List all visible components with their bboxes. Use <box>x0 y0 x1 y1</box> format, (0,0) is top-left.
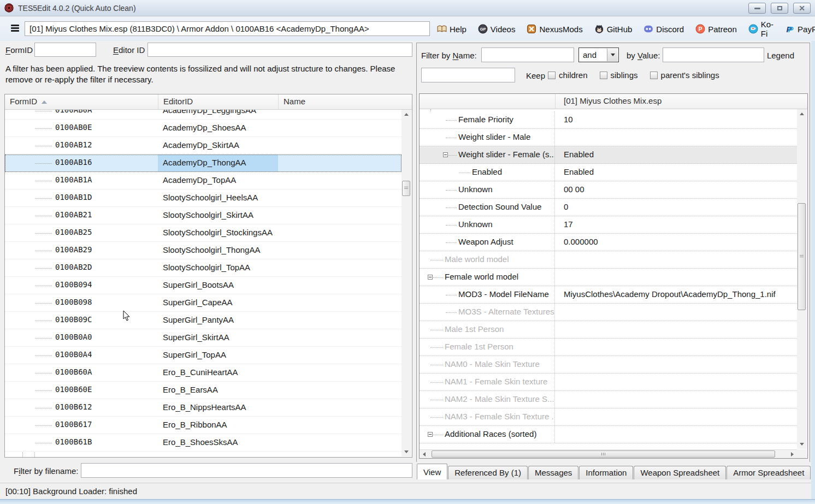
tab-view[interactable]: View <box>417 464 447 479</box>
plugin-column-header[interactable]: [01] Miyus Clothes Mix.esp <box>564 96 662 105</box>
table-row[interactable]: 0100B61BEro_B_ShoesSksAA <box>5 434 401 452</box>
view-row[interactable]: Unknown00 00 <box>420 181 797 199</box>
view-row[interactable]: Unknown17 <box>420 216 797 234</box>
table-row[interactable]: 0100AB12AcademyDp_SkirtAA <box>5 137 401 155</box>
view-row[interactable]: NAM1 - Female Skin texture <box>420 373 797 391</box>
paypal-icon: PP <box>785 24 795 34</box>
column-header-name[interactable]: Name <box>278 94 412 109</box>
table-row[interactable]: 0100AB0AAcademyDp_LeggingsAA <box>5 110 401 120</box>
view-table-vertical-scrollbar[interactable] <box>797 109 807 449</box>
view-row[interactable]: Female world model <box>420 269 797 286</box>
record-path-input[interactable] <box>25 21 430 36</box>
checkbox-parent-s-siblings[interactable]: parent's siblings <box>650 70 719 80</box>
toolbar-link-videos[interactable]: GPVideos <box>478 24 516 34</box>
table-row[interactable]: 0100B098SuperGirl_CapeAA <box>5 294 401 312</box>
view-row[interactable]: Weight slider - Female (s...Enabled <box>420 146 797 164</box>
checkbox-icon[interactable] <box>548 72 556 79</box>
scrollbar-thumb[interactable] <box>402 181 410 196</box>
scrollbar-thumb[interactable] <box>432 450 775 458</box>
minimize-button[interactable] <box>748 3 766 14</box>
tab-referenced-by-1-[interactable]: Referenced By (1) <box>448 466 528 479</box>
menu-icon[interactable] <box>11 25 19 32</box>
table-row[interactable]: 0100B09CSuperGirl_PantyAA <box>5 312 401 329</box>
scroll-up-icon[interactable] <box>401 110 411 119</box>
view-row-label-text: Weapon Adjust <box>458 237 513 246</box>
toolbar-link-ko-fi[interactable]: Ko-Fi <box>748 20 773 38</box>
tree-connector <box>35 286 52 286</box>
scroll-left-icon[interactable] <box>420 450 429 459</box>
view-row[interactable]: NAM3 - Female Skin Texture ... <box>420 408 797 426</box>
legend-link[interactable]: Legend <box>767 51 794 60</box>
filter-by-filename-input[interactable] <box>81 463 412 478</box>
scroll-up-icon[interactable] <box>797 109 807 118</box>
view-row[interactable]: Additional Races (sorted) <box>420 426 797 443</box>
scroll-right-icon[interactable] <box>788 450 797 459</box>
collapse-minus-icon[interactable] <box>443 152 448 157</box>
table-row[interactable]: 0100AB2DSlootySchoolgirl_TopAA <box>5 259 401 277</box>
toolbar-link-github[interactable]: GitHub <box>594 24 633 34</box>
tab-messages[interactable]: Messages <box>528 466 578 479</box>
filter-by-name-input[interactable] <box>481 48 574 62</box>
view-row[interactable]: Weight slider - Male <box>420 129 797 146</box>
view-row[interactable]: Weapon Adjust0.000000 <box>420 234 797 251</box>
toolbar-link-patreon[interactable]: PPatreon <box>695 24 737 34</box>
discord-icon <box>643 24 653 34</box>
tab-armor-spreadsheet[interactable]: Armor Spreadsheet <box>727 466 811 479</box>
toolbar-link-help[interactable]: Help <box>437 24 466 34</box>
table-row[interactable]: 0100B60AEro_B_CuniHeartAA <box>5 364 401 382</box>
column-header-formid[interactable]: FormID <box>5 94 158 109</box>
view-row[interactable]: Female 1st Person <box>420 339 797 356</box>
table-row[interactable]: 0100B612Ero_B_NippsHeartsAA <box>5 399 401 417</box>
collapse-minus-icon[interactable] <box>428 275 433 280</box>
toolbar-link-paypal[interactable]: PPPayPal <box>785 24 815 34</box>
chevron-down-icon[interactable] <box>607 49 618 61</box>
view-row[interactable]: MO3S - Alternate Textures <box>420 304 797 321</box>
toolbar-link-nexusmods[interactable]: NexusMods <box>527 24 582 34</box>
view-row[interactable]: EnabledEnabled <box>420 164 797 181</box>
editorid-input[interactable] <box>147 43 412 57</box>
table-row[interactable]: 0100AB25SlootySchoolgirl_StockingsAA <box>5 224 401 242</box>
view-row-label: Additional Races (sorted) <box>420 426 555 443</box>
table-row[interactable]: 0100B0A4SuperGirl_TopAA <box>5 347 401 364</box>
scroll-down-icon[interactable] <box>797 440 807 449</box>
table-row[interactable]: 0100AB0EAcademyDp_ShoesAA <box>5 120 401 137</box>
table-row[interactable]: 0100B60EEro_B_EarsAA <box>5 382 401 399</box>
filter-by-value-input[interactable] <box>663 48 764 62</box>
checkbox-siblings[interactable]: siblings <box>600 70 638 80</box>
left-table-vertical-scrollbar[interactable] <box>401 110 411 456</box>
clipped-row <box>420 443 797 449</box>
table-row[interactable]: 0100AB29SlootySchoolgirl_ThongAA <box>5 242 401 259</box>
scroll-down-icon[interactable] <box>401 447 411 456</box>
collapse-minus-icon[interactable] <box>428 432 433 437</box>
table-row[interactable]: 0100B0A0SuperGirl_SkirtAA <box>5 329 401 347</box>
view-row[interactable]: Detection Sound Value0 <box>420 199 797 216</box>
table-row[interactable]: 0100AB1AAcademyDp_TopAA <box>5 172 401 189</box>
table-row[interactable]: 0100B617Ero_B_RibbonAA <box>5 417 401 434</box>
filter-secondary-input[interactable] <box>421 68 515 82</box>
view-row-label: Male world model <box>420 251 555 268</box>
table-row[interactable]: 0100AB21SlootySchoolgirl_SkirtAA <box>5 207 401 224</box>
maximize-button[interactable] <box>771 3 788 14</box>
close-button[interactable]: ✕ <box>793 3 811 14</box>
view-row[interactable]: NAM0 - Male Skin Texture <box>420 356 797 373</box>
view-row[interactable]: MOD3 - Model FileNameMiyusClothes\Academ… <box>420 286 797 304</box>
checkbox-children[interactable]: children <box>548 70 588 80</box>
checkbox-icon[interactable] <box>600 72 607 79</box>
view-row[interactable]: NAM2 - Male Skin Texture S... <box>420 391 797 408</box>
tab-information[interactable]: Information <box>579 466 633 479</box>
column-header-editorid[interactable]: EditorID <box>158 94 278 109</box>
view-row[interactable]: Female Priority10 <box>420 111 797 129</box>
checkbox-icon[interactable] <box>650 72 658 79</box>
formid-input[interactable] <box>34 43 96 57</box>
view-row-label-text: Male 1st Person <box>445 324 504 334</box>
toolbar-link-discord[interactable]: Discord <box>643 24 684 34</box>
table-row[interactable]: 0100B094SuperGirl_BootsAA <box>5 277 401 294</box>
filter-operator-select[interactable]: and <box>578 48 619 62</box>
scrollbar-thumb[interactable] <box>798 203 806 310</box>
table-row[interactable]: 0100AB1DSlootySchoolgirl_HeelsAA <box>5 189 401 207</box>
tab-weapon-spreadsheet[interactable]: Weapon Spreadsheet <box>634 466 726 479</box>
view-table-horizontal-scrollbar[interactable] <box>420 449 797 458</box>
view-row[interactable]: Male world model <box>420 251 797 269</box>
view-row[interactable]: Male 1st Person <box>420 321 797 339</box>
table-row[interactable]: 0100AB16AcademyDp_ThongAA <box>5 155 401 172</box>
